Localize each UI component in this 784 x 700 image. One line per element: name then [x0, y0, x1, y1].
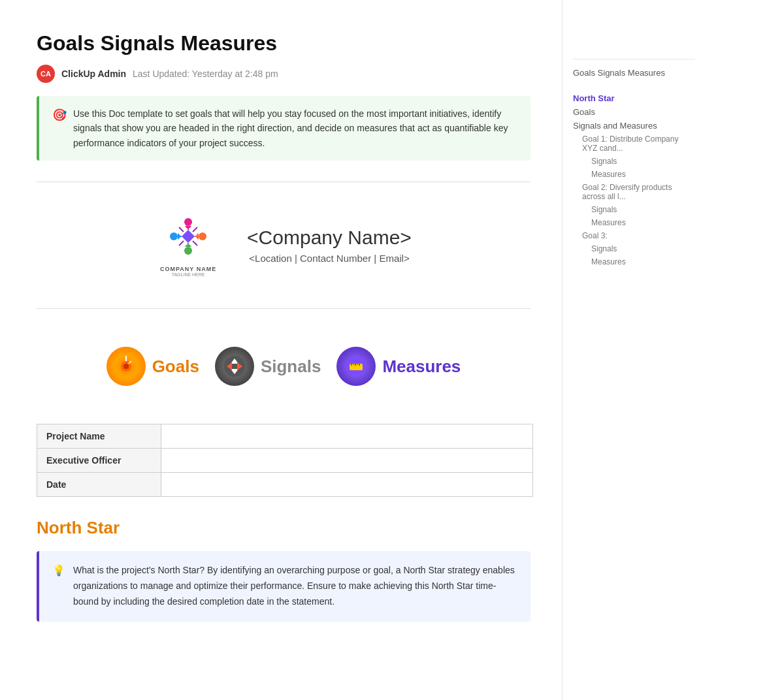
project-table: Project Name Executive Officer Date [37, 424, 533, 497]
author-name[interactable]: ClickUp Admin [61, 69, 126, 79]
svg-point-17 [123, 364, 129, 369]
sidebar-top-divider [573, 59, 695, 59]
sidebar-item-goal3[interactable]: Goal 3: [573, 229, 695, 242]
table-cell-value-2[interactable] [161, 473, 533, 497]
company-info: <Company Name> <Location | Contact Numbe… [247, 227, 412, 264]
svg-line-12 [193, 241, 197, 246]
sidebar-item-goals[interactable]: Goals [573, 105, 695, 119]
measures-label: Measures [382, 357, 461, 377]
sidebar-item-goal2[interactable]: Goal 2: Diversify products across all l.… [573, 181, 695, 203]
svg-point-1 [184, 218, 192, 226]
company-name: <Company Name> [247, 227, 412, 249]
signals-label: Signals [261, 357, 321, 377]
divider-2 [37, 308, 531, 309]
sidebar: Goals Signals Measures North Star Goals … [562, 0, 706, 700]
sidebar-item-goal3-measures[interactable]: Measures [573, 255, 695, 268]
table-row: Date [37, 473, 533, 497]
company-section: COMPANY NAME TAGLINE HERE <Company Name>… [37, 200, 531, 290]
sidebar-item-goal2-measures[interactable]: Measures [573, 216, 695, 229]
info-box-text: Use this Doc template to set goals that … [73, 106, 517, 150]
main-content: Goals Signals Measures CA ClickUp Admin … [0, 0, 562, 700]
measures-item: Measures [336, 347, 461, 386]
company-logo-container: COMPANY NAME TAGLINE HERE [155, 214, 221, 277]
sidebar-item-goal2-signals[interactable]: Signals [573, 203, 695, 216]
table-row: Project Name [37, 424, 533, 449]
svg-point-2 [199, 232, 206, 240]
north-star-heading: North Star [37, 518, 531, 538]
table-row: Executive Officer [37, 449, 533, 473]
avatar: CA [37, 65, 55, 83]
last-updated: Last Updated: Yesterday at 2:48 pm [133, 69, 278, 79]
svg-point-4 [170, 232, 178, 240]
north-star-text: What is the project's North Star? By ide… [73, 563, 517, 609]
info-box: 🎯 Use this Doc template to set goals tha… [37, 96, 531, 161]
company-contact: <Location | Contact Number | Email> [247, 253, 412, 264]
sidebar-item-top[interactable]: Goals Signals Measures [573, 66, 695, 80]
target-icon: 🎯 [52, 108, 67, 150]
sidebar-item-north-star[interactable]: North Star [573, 91, 695, 105]
author-row: CA ClickUp Admin Last Updated: Yesterday… [37, 65, 531, 83]
company-logo-tagline: TAGLINE HERE [172, 272, 205, 277]
goals-label: Goals [152, 357, 199, 377]
table-cell-value-0[interactable] [161, 424, 533, 449]
divider-1 [37, 182, 531, 182]
company-logo-svg [155, 214, 221, 266]
company-logo-text: COMPANY NAME [160, 266, 216, 272]
signals-icon [215, 347, 254, 386]
sidebar-item-goal1-signals[interactable]: Signals [573, 155, 695, 168]
sidebar-item-goal1-measures[interactable]: Measures [573, 168, 695, 181]
sidebar-item-goal1[interactable]: Goal 1: Distribute Company XYZ cand... [573, 133, 695, 155]
table-cell-label-2: Date [37, 473, 161, 497]
table-cell-label-0: Project Name [37, 424, 161, 449]
sidebar-item-goal3-signals[interactable]: Signals [573, 242, 695, 255]
measures-icon [336, 347, 376, 386]
svg-line-10 [179, 227, 184, 232]
table-cell-label-1: Executive Officer [37, 449, 161, 473]
goals-item: Goals [106, 347, 199, 386]
sidebar-item-signals-measures[interactable]: Signals and Measures [573, 119, 695, 133]
svg-line-13 [179, 241, 184, 246]
goals-icon [106, 347, 146, 386]
svg-point-3 [184, 247, 192, 255]
signals-item: Signals [215, 347, 321, 386]
lightbulb-icon: 💡 [52, 564, 65, 609]
table-cell-value-1[interactable] [161, 449, 533, 473]
north-star-box: 💡 What is the project's North Star? By i… [37, 551, 531, 621]
gsm-section: Goals Signals [37, 327, 531, 406]
page-title: Goals Signals Measures [37, 31, 531, 56]
svg-line-11 [193, 227, 197, 232]
